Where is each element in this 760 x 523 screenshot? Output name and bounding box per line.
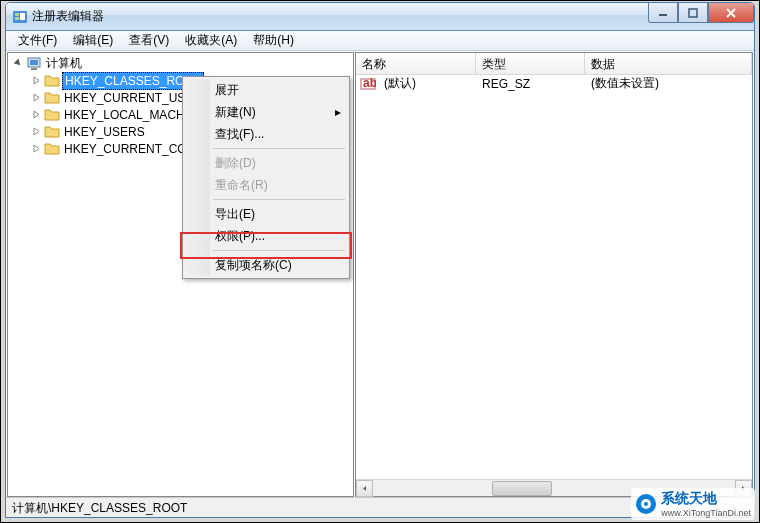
expand-icon[interactable] (28, 90, 44, 106)
values-panel: 名称 类型 数据 ab (默认) REG_SZ (数值未设置) (355, 52, 753, 497)
computer-icon (26, 56, 42, 72)
cm-export[interactable]: 导出(E) (185, 203, 347, 225)
folder-icon (44, 107, 60, 123)
list-row[interactable]: ab (默认) REG_SZ (数值未设置) (356, 75, 752, 92)
expand-icon[interactable] (28, 141, 44, 157)
content-area: 计算机 HKEY_CLASSES_ROOT HKEY_CURRENT_USER … (6, 52, 754, 497)
app-icon (12, 9, 28, 25)
svg-rect-1 (15, 13, 19, 16)
status-path: 计算机\HKEY_CLASSES_ROOT (12, 501, 187, 515)
tree-root-label: 计算机 (44, 54, 84, 73)
svg-rect-5 (689, 9, 697, 17)
folder-icon (44, 90, 60, 106)
watermark-title: 系统天地 (661, 490, 751, 508)
svg-rect-2 (15, 17, 19, 20)
close-button[interactable] (708, 3, 754, 23)
cm-permissions[interactable]: 权限(P)... (185, 225, 347, 247)
menu-file[interactable]: 文件(F) (10, 30, 65, 51)
cm-delete: 删除(D) (185, 152, 347, 174)
window-title: 注册表编辑器 (32, 8, 104, 25)
value-type: REG_SZ (476, 77, 585, 91)
menu-separator (213, 250, 345, 251)
list-body[interactable]: ab (默认) REG_SZ (数值未设置) (356, 75, 752, 496)
menu-edit[interactable]: 编辑(E) (65, 30, 121, 51)
menu-help[interactable]: 帮助(H) (245, 30, 302, 51)
watermark-icon (635, 493, 657, 515)
col-header-data[interactable]: 数据 (585, 53, 752, 74)
svg-rect-8 (31, 68, 37, 70)
submenu-arrow-icon: ▸ (335, 105, 341, 119)
titlebar: 注册表编辑器 (6, 3, 754, 31)
scroll-left-icon[interactable] (356, 480, 373, 497)
regedit-window: 注册表编辑器 文件(F) 编辑(E) 查看(V) 收藏夹(A) 帮助(H) 计算… (5, 2, 755, 518)
menu-favorites[interactable]: 收藏夹(A) (177, 30, 245, 51)
folder-icon (44, 141, 60, 157)
context-menu: 展开 新建(N)▸ 查找(F)... 删除(D) 重命名(R) 导出(E) 权限… (182, 76, 350, 279)
cm-new[interactable]: 新建(N)▸ (185, 101, 347, 123)
scrollbar-thumb[interactable] (492, 481, 552, 496)
cm-copy-key-name[interactable]: 复制项名称(C) (185, 254, 347, 276)
menu-separator (213, 199, 345, 200)
expand-icon[interactable] (28, 73, 44, 89)
minimize-button[interactable] (648, 3, 678, 23)
folder-icon (44, 73, 60, 89)
menu-view[interactable]: 查看(V) (121, 30, 177, 51)
menu-separator (213, 148, 345, 149)
value-name: (默认) (378, 75, 476, 92)
col-header-name[interactable]: 名称 (356, 53, 476, 74)
string-value-icon: ab (360, 76, 376, 92)
watermark-url: www.XiTongTianDi.net (661, 508, 751, 518)
cm-find[interactable]: 查找(F)... (185, 123, 347, 145)
window-controls (648, 3, 754, 23)
collapse-icon[interactable] (10, 56, 26, 72)
svg-rect-4 (659, 14, 667, 16)
folder-icon (44, 124, 60, 140)
col-header-type[interactable]: 类型 (476, 53, 585, 74)
watermark: 系统天地 www.XiTongTianDi.net (631, 488, 755, 520)
cm-rename: 重命名(R) (185, 174, 347, 196)
tree-item-label: HKEY_USERS (62, 124, 147, 140)
expand-icon[interactable] (28, 124, 44, 140)
svg-rect-3 (20, 13, 25, 20)
cm-expand[interactable]: 展开 (185, 79, 347, 101)
svg-rect-7 (30, 60, 38, 65)
tree-root[interactable]: 计算机 (10, 55, 353, 72)
svg-point-12 (644, 502, 648, 506)
list-header: 名称 类型 数据 (356, 53, 752, 75)
menubar: 文件(F) 编辑(E) 查看(V) 收藏夹(A) 帮助(H) (6, 31, 754, 51)
maximize-button[interactable] (678, 3, 708, 23)
expand-icon[interactable] (28, 107, 44, 123)
svg-text:ab: ab (363, 76, 376, 90)
value-data: (数值未设置) (585, 75, 752, 92)
